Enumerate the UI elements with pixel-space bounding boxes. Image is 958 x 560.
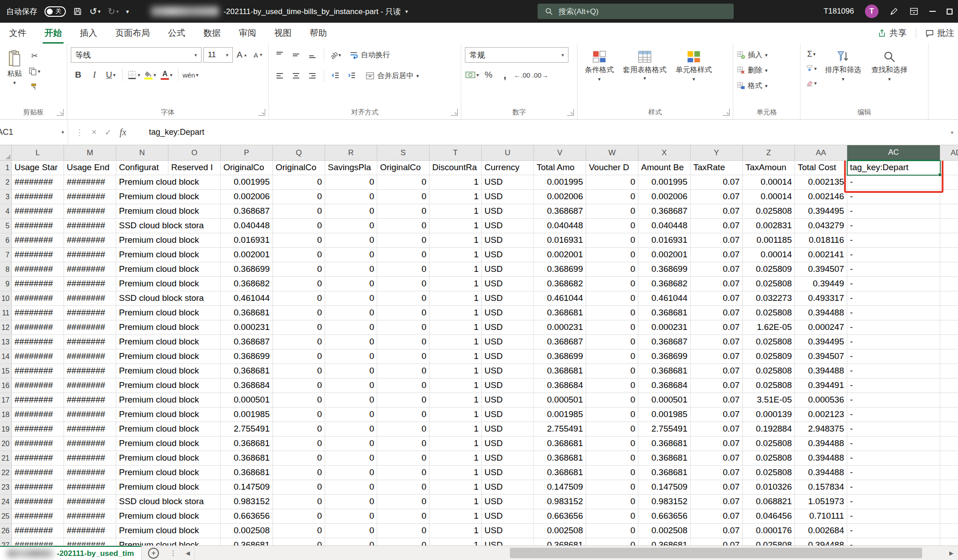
cell-W21[interactable]: 0 xyxy=(586,451,638,466)
cell-L23[interactable]: ######## xyxy=(12,480,64,495)
cell-Y5[interactable]: 0.07 xyxy=(691,219,743,233)
cell-X25[interactable]: 0.663656 xyxy=(638,509,691,524)
format-as-table-button[interactable]: 套用表格格式 ▾ xyxy=(619,47,670,106)
cell-AA11[interactable]: 0.394488 xyxy=(795,306,847,320)
column-header-X[interactable]: X xyxy=(638,145,691,161)
cell-T20[interactable]: 1 xyxy=(430,437,482,451)
cell-AA16[interactable]: 0.394491 xyxy=(795,378,847,393)
cell-Y22[interactable]: 0.07 xyxy=(691,466,743,480)
cell-Z9[interactable]: 0.025808 xyxy=(743,277,795,291)
cell-AA20[interactable]: 0.394488 xyxy=(795,437,847,451)
cell-M19[interactable]: ######## xyxy=(64,422,116,437)
cell-M15[interactable]: ######## xyxy=(64,364,116,378)
cell-AA7[interactable]: 0.002141 xyxy=(795,248,847,262)
cell-P18[interactable]: 0.001985 xyxy=(221,408,273,422)
cell-S8[interactable]: 0 xyxy=(377,262,430,277)
cell-W8[interactable]: 0 xyxy=(586,262,638,277)
cell-Q19[interactable]: 0 xyxy=(273,422,325,437)
cell-Z7[interactable]: 0.00014 xyxy=(743,248,795,262)
cell-P22[interactable]: 0.368681 xyxy=(221,466,273,480)
cut-button[interactable]: ✂ xyxy=(27,49,42,63)
tab-文件[interactable]: 文件 xyxy=(0,23,35,44)
column-header-O[interactable]: O xyxy=(168,145,221,161)
cell-Y1[interactable]: TaxRate xyxy=(691,161,743,175)
cell-X9[interactable]: 0.368682 xyxy=(638,277,691,291)
cell-Z26[interactable]: 0.000176 xyxy=(743,524,795,538)
cell-AD20[interactable] xyxy=(940,437,958,451)
tab-页面布局[interactable]: 页面布局 xyxy=(106,23,159,44)
cell-R26[interactable]: 0 xyxy=(325,524,377,538)
cell-AA14[interactable]: 0.394507 xyxy=(795,349,847,364)
cell-X26[interactable]: 0.002508 xyxy=(638,524,691,538)
cell-R6[interactable]: 0 xyxy=(325,233,377,248)
cell-AD4[interactable] xyxy=(940,204,958,219)
search-box[interactable]: 搜索(Alt+Q) xyxy=(538,4,734,19)
cell-Z13[interactable]: 0.025808 xyxy=(743,335,795,349)
cell-Q3[interactable]: 0 xyxy=(273,190,325,204)
cell-AA8[interactable]: 0.394507 xyxy=(795,262,847,277)
cell-X12[interactable]: 0.000231 xyxy=(638,320,691,335)
cell-AD7[interactable] xyxy=(940,248,958,262)
cell-W27[interactable]: 0 xyxy=(586,538,638,545)
cell-V8[interactable]: 0.368699 xyxy=(534,262,586,277)
cell-L16[interactable]: ######## xyxy=(12,378,64,393)
cell-T5[interactable]: 1 xyxy=(430,219,482,233)
cell-P7[interactable]: 0.002001 xyxy=(221,248,273,262)
cell-AA25[interactable]: 0.710111 xyxy=(795,509,847,524)
cell-T15[interactable]: 1 xyxy=(430,364,482,378)
align-right-button[interactable] xyxy=(305,69,320,83)
row-header-7[interactable]: 7 xyxy=(0,248,12,262)
cell-AD5[interactable] xyxy=(940,219,958,233)
cell-N19[interactable]: Premium cloud block xyxy=(116,422,221,437)
cell-Z23[interactable]: 0.010326 xyxy=(743,480,795,495)
cell-AC23[interactable]: - xyxy=(847,480,940,495)
cell-X10[interactable]: 0.461044 xyxy=(638,291,691,306)
cell-W17[interactable]: 0 xyxy=(586,393,638,408)
cell-L22[interactable]: ######## xyxy=(12,466,64,480)
cell-AD21[interactable] xyxy=(940,451,958,466)
cell-S4[interactable]: 0 xyxy=(377,204,430,219)
cell-styles-button[interactable]: 单元格样式 ▾ xyxy=(672,47,716,106)
cell-X3[interactable]: 0.002006 xyxy=(638,190,691,204)
cell-L27[interactable]: ######## xyxy=(12,538,64,545)
clear-button[interactable]: ▾ xyxy=(804,76,819,90)
cell-AC20[interactable]: - xyxy=(847,437,940,451)
cell-Z22[interactable]: 0.025808 xyxy=(743,466,795,480)
cell-W26[interactable]: 0 xyxy=(586,524,638,538)
cell-R14[interactable]: 0 xyxy=(325,349,377,364)
cell-Y7[interactable]: 0.07 xyxy=(691,248,743,262)
cell-U15[interactable]: USD xyxy=(482,364,534,378)
cell-Z12[interactable]: 1.62E-05 xyxy=(743,320,795,335)
column-header-W[interactable]: W xyxy=(586,145,638,161)
cell-AC21[interactable]: - xyxy=(847,451,940,466)
undo-button[interactable]: ↺ ▾ xyxy=(89,6,100,17)
cell-Z11[interactable]: 0.025808 xyxy=(743,306,795,320)
column-header-S[interactable]: S xyxy=(377,145,430,161)
align-bottom-button[interactable] xyxy=(305,48,320,62)
cell-X1[interactable]: Amount Be xyxy=(638,161,691,175)
cell-AD15[interactable] xyxy=(940,364,958,378)
cell-U20[interactable]: USD xyxy=(482,437,534,451)
tab-视图[interactable]: 视图 xyxy=(265,23,301,44)
font-family-combo[interactable]: 等线 ▾ xyxy=(71,47,202,63)
cell-U5[interactable]: USD xyxy=(482,219,534,233)
cell-Q20[interactable]: 0 xyxy=(273,437,325,451)
cell-Y10[interactable]: 0.07 xyxy=(691,291,743,306)
cell-S9[interactable]: 0 xyxy=(377,277,430,291)
insert-cells-button[interactable]: 插入 ▾ xyxy=(737,47,797,63)
cell-Z20[interactable]: 0.025808 xyxy=(743,437,795,451)
cell-Y20[interactable]: 0.07 xyxy=(691,437,743,451)
cell-M13[interactable]: ######## xyxy=(64,335,116,349)
cell-AD12[interactable] xyxy=(940,320,958,335)
cell-M26[interactable]: ######## xyxy=(64,524,116,538)
cell-R1[interactable]: SavingsPla xyxy=(325,161,377,175)
row-header-5[interactable]: 5 xyxy=(0,219,12,233)
column-header-N[interactable]: N xyxy=(116,145,168,161)
cell-M27[interactable]: ######## xyxy=(64,538,116,545)
cell-U22[interactable]: USD xyxy=(482,466,534,480)
cell-Y11[interactable]: 0.07 xyxy=(691,306,743,320)
inking-button[interactable] xyxy=(889,7,899,16)
cell-S20[interactable]: 0 xyxy=(377,437,430,451)
cell-P8[interactable]: 0.368699 xyxy=(221,262,273,277)
cell-AD9[interactable] xyxy=(940,277,958,291)
